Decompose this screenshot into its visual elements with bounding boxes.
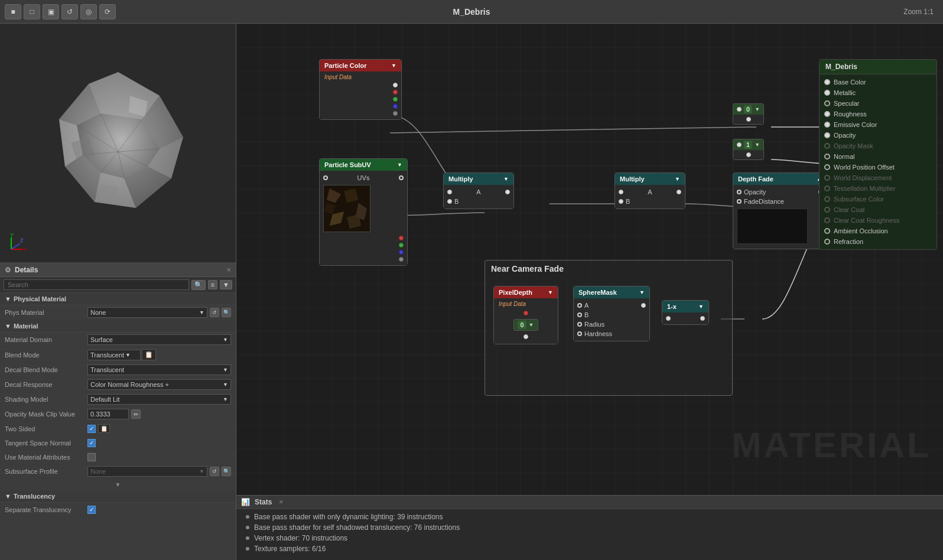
subuv-pin-gray-out[interactable]: [399, 257, 404, 262]
stats-close-button[interactable]: ×: [279, 498, 283, 506]
output-pin-normal[interactable]: Normal: [820, 151, 937, 162]
pd-pin-red-out[interactable]: [523, 311, 528, 315]
filter-btn[interactable]: ▼: [220, 280, 232, 289]
separate-translucency-checkbox[interactable]: ✓: [87, 506, 96, 514]
phys-material-reset[interactable]: ↺: [210, 308, 219, 317]
material-section-header[interactable]: ▼ Material: [0, 320, 236, 333]
multiply1-node[interactable]: Multiply ▼ A B: [443, 172, 514, 209]
const-1-pin-out[interactable]: [737, 142, 742, 147]
search-input[interactable]: [4, 279, 189, 290]
list-view-btn[interactable]: ≡: [208, 280, 217, 289]
sm-pin-a-in[interactable]: [577, 303, 582, 308]
pin-green-out[interactable]: [393, 97, 398, 102]
output-pin-opacity[interactable]: Opacity: [820, 130, 937, 141]
output-pin-emissive[interactable]: Emissive Color: [820, 119, 937, 130]
omx-pin-out[interactable]: [700, 316, 705, 321]
sm-pin-radius-in[interactable]: [577, 322, 582, 327]
output-pin-roughness[interactable]: Roughness: [820, 109, 937, 119]
depth-fade-body: Opacity FadeDistance: [733, 185, 827, 249]
omx-pin-in[interactable]: [666, 316, 671, 321]
node-editor[interactable]: MATERIAL: [236, 24, 943, 495]
search-btn[interactable]: 🔍: [191, 280, 206, 290]
sm-pin-hardness-in[interactable]: [577, 331, 582, 336]
pd-pin-bottom[interactable]: [523, 334, 528, 339]
pin-white-out[interactable]: [393, 83, 398, 87]
details-close-button[interactable]: ×: [226, 265, 231, 274]
const-0-pin-bottom[interactable]: [746, 117, 751, 122]
pin-uvs[interactable]: [323, 175, 328, 180]
output-pin-metallic[interactable]: Metallic: [820, 87, 937, 98]
translucency-section-header[interactable]: ▼ Translucency: [0, 490, 236, 503]
toolbar-btn-3[interactable]: ▣: [43, 4, 59, 19]
m2-pin-a-in[interactable]: [619, 190, 623, 194]
pin-blue-out[interactable]: [393, 104, 398, 109]
df-pin-opacity-in[interactable]: [737, 190, 742, 194]
output-pin-clear-coat-roughness: Clear Coat Roughness: [820, 215, 937, 226]
subsurface-search[interactable]: 🔍: [222, 467, 231, 476]
toolbar-btn-4[interactable]: ↺: [61, 4, 78, 19]
output-pin-ao[interactable]: Ambient Occlusion: [820, 226, 937, 236]
toolbar-btn-1[interactable]: ■: [5, 4, 21, 19]
output-pin-base-color[interactable]: Base Color: [820, 77, 937, 87]
pin-gray-out[interactable]: [393, 111, 398, 116]
opacity-clip-edit[interactable]: ✏: [131, 409, 141, 419]
material-section-label: Material: [14, 323, 38, 330]
const-1-pin-bottom[interactable]: [746, 152, 751, 157]
df-pin-distance-in[interactable]: [737, 199, 742, 204]
pin-red-out[interactable]: [393, 90, 398, 95]
m1-pin-out[interactable]: [505, 190, 510, 194]
sm-pin-b-in[interactable]: [577, 312, 582, 317]
phys-material-label: Phys Material: [5, 309, 87, 316]
m1-pin-b-in[interactable]: [447, 199, 452, 204]
opacity-clip-input[interactable]: [87, 409, 129, 419]
output-pin-opacity-mask[interactable]: Opacity Mask: [820, 141, 937, 151]
opacity-clip-label: Opacity Mask Clip Value: [5, 411, 87, 418]
sm-pin-out[interactable]: [641, 303, 646, 308]
multiply2-node[interactable]: Multiply ▼ A B: [614, 172, 685, 209]
subuv-pin-blue-out[interactable]: [399, 250, 404, 255]
subuv-pin-red-out[interactable]: [399, 236, 404, 240]
use-mat-attr-checkbox[interactable]: [87, 453, 96, 461]
pixel-depth-node[interactable]: PixelDepth ▼ Input Data 0 ▼: [493, 286, 558, 344]
toolbar-btn-5[interactable]: ◎: [80, 4, 97, 19]
m2-pin-out[interactable]: [677, 190, 681, 194]
details-icon: ⚙: [5, 266, 11, 274]
material-domain-dropdown[interactable]: Surface ▼: [87, 334, 231, 345]
output-pin-wd: World Displacement: [820, 172, 937, 183]
shading-model-dropdown[interactable]: Default Lit ▼: [87, 394, 231, 405]
depth-fade-header: Depth Fade ▲: [733, 173, 827, 185]
tangent-checkbox[interactable]: ✓: [87, 439, 96, 447]
m1-pin-a-in[interactable]: [447, 190, 452, 194]
subuv-pin-green-out[interactable]: [399, 243, 404, 248]
one-minus-x-node[interactable]: 1-x ▼: [662, 300, 709, 325]
output-pin-specular[interactable]: Specular: [820, 98, 937, 109]
phys-material-dropdown[interactable]: None ▼: [87, 307, 207, 318]
output-pin-wpo[interactable]: World Position Offset: [820, 162, 937, 172]
blend-mode-extra[interactable]: 📋: [142, 349, 156, 360]
pin-uvs-out[interactable]: [399, 175, 404, 180]
material-output-node[interactable]: M_Debris Base Color Metallic: [819, 59, 937, 250]
constant-0-node-top[interactable]: 0 ▼: [733, 103, 764, 125]
decal-blend-mode-label: Decal Blend Mode: [5, 366, 87, 373]
toolbar-btn-6[interactable]: ⟳: [99, 4, 116, 19]
separate-translucency-row: Separate Translucency ✓: [0, 503, 236, 517]
constant-1-node[interactable]: 1 ▼: [733, 139, 764, 160]
toolbar-btn-2[interactable]: □: [24, 4, 40, 19]
output-pin-refraction[interactable]: Refraction: [820, 236, 937, 247]
subsurface-reset[interactable]: ↺: [210, 467, 219, 476]
particle-subuv-body: UVs: [320, 171, 407, 265]
decal-blend-dropdown[interactable]: Translucent ▼: [87, 364, 231, 375]
physical-material-section-header[interactable]: ▼ Physical Material: [0, 293, 236, 305]
depth-fade-node[interactable]: Depth Fade ▲ Opacity FadeDistance: [733, 172, 827, 249]
phys-material-search[interactable]: 🔍: [222, 308, 231, 317]
subsurface-dropdown[interactable]: None ▼: [87, 466, 207, 477]
two-sided-extra[interactable]: 📋: [98, 424, 110, 433]
two-sided-checkbox[interactable]: ✓: [87, 425, 96, 433]
decal-response-dropdown[interactable]: Color Normal Roughness + ▼: [87, 379, 231, 390]
sphere-mask-node[interactable]: SphereMask ▼ A B: [573, 286, 650, 341]
const-0-pin-out[interactable]: [737, 107, 742, 112]
blend-mode-dropdown[interactable]: Translucent ▼: [87, 350, 141, 360]
particle-subuv-node[interactable]: Particle SubUV ▼ UVs: [319, 158, 408, 266]
m2-pin-b-in[interactable]: [619, 199, 623, 204]
particle-color-node[interactable]: Particle Color ▼ Input Data: [319, 59, 402, 120]
